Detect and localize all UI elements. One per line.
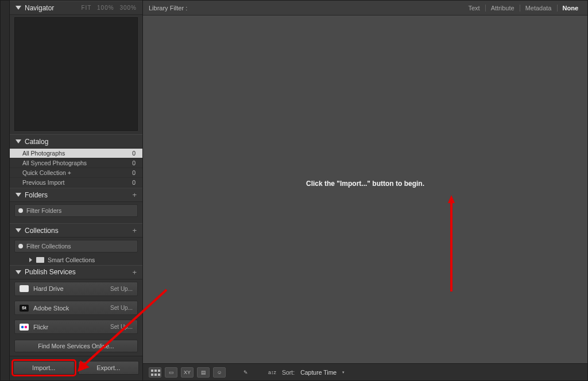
- library-filter-title: Library Filter :: [149, 5, 465, 11]
- publish-service-setup[interactable]: Set Up...: [110, 286, 133, 292]
- publish-service-adobe-stock[interactable]: St Adobe Stock Set Up...: [14, 301, 138, 315]
- sort-direction-icon[interactable]: a↕z: [266, 367, 278, 378]
- navigator-preview[interactable]: [14, 17, 138, 131]
- flickr-icon: [20, 324, 29, 331]
- search-icon: [18, 208, 23, 213]
- bottom-toolbar: ▭ XY ▤ ☺ ✎ a↕z Sort: Capture Time ▾: [143, 363, 587, 380]
- import-button-label: Import...: [32, 364, 55, 371]
- main-area: Library Filter : Text Attribute Metadata…: [143, 1, 587, 380]
- catalog-list: All Photographs 0 All Synced Photographs…: [10, 149, 142, 188]
- catalog-row-quick-collection[interactable]: Quick Collection + 0: [10, 168, 142, 178]
- publish-service-flickr[interactable]: Flickr Set Up...: [14, 320, 138, 334]
- publish-service-label: Hard Drive: [33, 285, 110, 292]
- find-more-label: Find More Services Online...: [38, 343, 114, 349]
- navigator-panel-header[interactable]: Navigator FIT 100% 300%: [10, 1, 142, 15]
- sidebar-bottom-buttons: Import... Export...: [10, 356, 142, 380]
- filter-folders-placeholder: Filter Folders: [26, 207, 61, 214]
- compare-view-icon[interactable]: XY: [181, 367, 194, 378]
- navigator-zoom-options[interactable]: FIT 100% 300%: [78, 5, 137, 11]
- catalog-row-count: 0: [132, 179, 136, 186]
- catalog-row-previous-import[interactable]: Previous Import 0: [10, 178, 142, 188]
- sort-value[interactable]: Capture Time: [300, 369, 336, 376]
- hard-drive-icon: [20, 285, 29, 292]
- sort-label: Sort:: [282, 369, 295, 376]
- add-publish-service-icon[interactable]: +: [132, 268, 137, 277]
- catalog-row-count: 0: [132, 169, 136, 176]
- add-folder-icon[interactable]: +: [132, 190, 137, 199]
- catalog-row-count: 0: [132, 150, 136, 157]
- import-hint-text: Click the "Import..." button to begin.: [306, 180, 424, 188]
- adobe-stock-icon: St: [20, 305, 29, 312]
- smart-collections-label: Smart Collections: [48, 256, 95, 263]
- import-button[interactable]: Import...: [13, 361, 75, 375]
- chevron-down-icon: [16, 6, 21, 10]
- filter-folders-input[interactable]: Filter Folders: [14, 204, 138, 217]
- search-icon: [18, 244, 23, 248]
- add-collection-icon[interactable]: +: [132, 226, 137, 235]
- zoom-300[interactable]: 300%: [119, 5, 137, 11]
- navigator-title: Navigator: [25, 4, 78, 12]
- publish-service-label: Flickr: [33, 324, 110, 331]
- svg-point-0: [21, 326, 24, 328]
- export-button-label: Export...: [96, 364, 120, 371]
- catalog-row-count: 0: [132, 160, 136, 166]
- chevron-down-icon: [16, 228, 21, 232]
- zoom-fit[interactable]: FIT: [81, 5, 91, 11]
- publish-service-label: Adobe Stock: [33, 305, 110, 312]
- catalog-row-label: Previous Import: [22, 179, 65, 186]
- chevron-down-icon: [16, 270, 21, 274]
- filter-metadata[interactable]: Metadata: [525, 5, 552, 11]
- people-view-icon[interactable]: ☺: [213, 367, 226, 378]
- catalog-row-label: Quick Collection +: [22, 169, 71, 176]
- chevron-right-icon: [29, 258, 32, 262]
- grid-view-icon[interactable]: [149, 367, 161, 378]
- filter-collections-placeholder: Filter Collections: [26, 243, 71, 250]
- folders-panel-header[interactable]: Folders +: [10, 188, 142, 202]
- filter-text[interactable]: Text: [468, 5, 479, 11]
- collections-panel-header[interactable]: Collections +: [10, 223, 142, 238]
- filter-none[interactable]: None: [563, 5, 579, 11]
- catalog-panel-header[interactable]: Catalog: [10, 134, 142, 149]
- survey-view-icon[interactable]: ▤: [197, 367, 210, 378]
- chevron-down-icon: ▾: [342, 370, 345, 375]
- main-content: Click the "Import..." button to begin.: [143, 15, 587, 363]
- publish-service-hard-drive[interactable]: Hard Drive Set Up...: [14, 282, 138, 296]
- publish-service-setup[interactable]: Set Up...: [110, 305, 133, 311]
- svg-point-1: [25, 326, 27, 328]
- loupe-view-icon[interactable]: ▭: [165, 367, 177, 378]
- publish-service-setup[interactable]: Set Up...: [110, 324, 133, 330]
- catalog-row-synced[interactable]: All Synced Photographs 0: [10, 158, 142, 168]
- filter-attribute[interactable]: Attribute: [491, 5, 514, 11]
- smart-collections-row[interactable]: Smart Collections: [10, 255, 142, 265]
- collection-set-icon: [36, 257, 44, 263]
- library-filter-bar: Library Filter : Text Attribute Metadata…: [143, 1, 587, 15]
- left-edge: [1, 1, 10, 380]
- chevron-down-icon: [16, 193, 21, 197]
- publish-title: Publish Services: [25, 268, 132, 276]
- publish-panel-header[interactable]: Publish Services +: [10, 265, 142, 279]
- sidebar: Navigator FIT 100% 300% Catalog All Phot…: [10, 1, 143, 380]
- zoom-100[interactable]: 100%: [97, 5, 114, 11]
- collections-title: Collections: [25, 227, 132, 235]
- find-more-services-button[interactable]: Find More Services Online...: [14, 340, 138, 352]
- chevron-down-icon: [16, 139, 21, 143]
- catalog-title: Catalog: [25, 138, 137, 146]
- export-button[interactable]: Export...: [78, 361, 140, 375]
- folders-title: Folders: [25, 191, 132, 199]
- filter-collections-input[interactable]: Filter Collections: [14, 240, 138, 252]
- painter-tool-icon[interactable]: ✎: [239, 367, 252, 378]
- catalog-row-label: All Photographs: [22, 150, 65, 157]
- catalog-row-label: All Synced Photographs: [22, 160, 87, 166]
- catalog-row-all-photographs[interactable]: All Photographs 0: [10, 149, 142, 158]
